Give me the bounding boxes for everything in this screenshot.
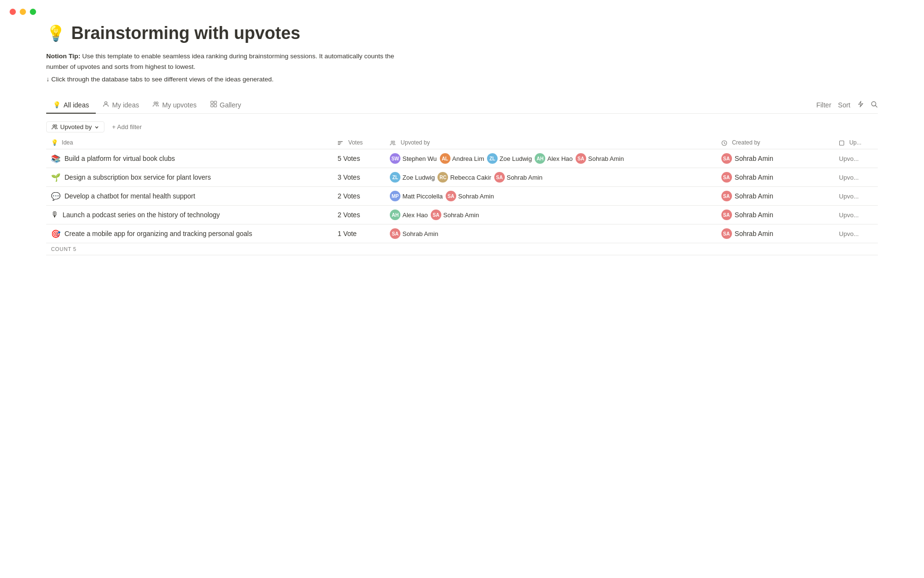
notion-tip: Notion Tip: Use this template to enable … <box>46 51 412 72</box>
avatar: MP <box>390 191 400 201</box>
user-item: AL Andrea Lim <box>440 153 484 164</box>
created-by-name: Sohrab Amin <box>735 192 773 200</box>
svg-point-14 <box>391 141 393 143</box>
votes-cell-0: 5 Votes <box>333 149 385 168</box>
sort-button[interactable]: Sort <box>838 101 850 109</box>
avatar: SA <box>494 172 505 183</box>
col-idea: 💡 Idea <box>46 136 333 149</box>
idea-text: Create a mobile app for organizing and t… <box>64 230 252 237</box>
col-upvote-label: Up... <box>849 139 861 146</box>
upvoted-by-cell-1: ZL Zoe Ludwig RC Rebecca Cakir SA Sohrab… <box>385 168 716 187</box>
user-name: Zoe Ludwig <box>402 174 435 181</box>
tab-all-ideas-label: All ideas <box>64 101 89 109</box>
user-name: Sohrab Amin <box>588 155 624 162</box>
svg-rect-5 <box>211 105 213 107</box>
idea-cell-3[interactable]: 🎙 Launch a podcast series on the history… <box>46 206 333 224</box>
count-label: COUNT 5 <box>46 243 878 255</box>
user-name: Matt Piccolella <box>402 193 443 200</box>
tab-my-ideas-icon <box>103 101 109 109</box>
window-controls <box>10 9 36 15</box>
upvote-action-cell-1[interactable]: Upvo... <box>834 168 878 187</box>
created-by-cell-1: SA Sohrab Amin <box>717 168 834 187</box>
filter-chip-label: Upvoted by <box>60 123 92 131</box>
idea-emoji: 🎙 <box>51 210 59 219</box>
tab-my-upvotes-label: My upvotes <box>162 101 197 109</box>
add-filter-label: + Add filter <box>112 123 142 131</box>
svg-point-9 <box>53 125 55 127</box>
idea-cell-2[interactable]: 💬 Develop a chatbot for mental health su… <box>46 187 333 206</box>
avatar: SA <box>431 210 441 220</box>
upvote-action-cell-3[interactable]: Upvo... <box>834 206 878 224</box>
table-header-row: 💡 Idea Votes <box>46 136 878 149</box>
svg-line-8 <box>875 105 877 107</box>
idea-text: Launch a podcast series on the history o… <box>63 211 220 219</box>
user-name: Andrea Lim <box>452 155 484 162</box>
idea-cell-1[interactable]: 🌱 Design a subscription box service for … <box>46 168 333 187</box>
upvoted-by-cell-4: SA Sohrab Amin <box>385 224 716 243</box>
filter-bar: Upvoted by + Add filter <box>46 121 878 132</box>
user-item: SA Sohrab Amin <box>431 210 479 220</box>
table-row[interactable]: 📚 Build a platform for virtual book club… <box>46 149 878 168</box>
svg-point-1 <box>154 102 156 104</box>
table-row[interactable]: 🌱 Design a subscription box service for … <box>46 168 878 187</box>
tab-my-ideas-label: My ideas <box>112 101 139 109</box>
page-header: 💡 Brainstorming with upvotes <box>46 23 878 43</box>
search-button[interactable] <box>871 101 878 109</box>
ideas-table: 💡 Idea Votes <box>46 136 878 255</box>
votes-cell-4: 1 Vote <box>333 224 385 243</box>
user-item: AH Alex Hao <box>390 210 428 220</box>
count-row: COUNT 5 <box>46 243 878 255</box>
svg-point-10 <box>55 125 57 127</box>
idea-emoji: 🌱 <box>51 173 61 182</box>
tip-label: Notion Tip: <box>46 53 80 60</box>
filter-chip-upvoted-by[interactable]: Upvoted by <box>46 121 104 132</box>
col-votes: Votes <box>333 136 385 149</box>
upvote-action-cell-2[interactable]: Upvo... <box>834 187 878 206</box>
upvoted-by-cell-3: AH Alex Hao SA Sohrab Amin <box>385 206 716 224</box>
col-upvote: Up... <box>834 136 878 149</box>
upvoted-by-cell-2: MP Matt Piccolella SA Sohrab Amin <box>385 187 716 206</box>
tab-my-upvotes[interactable]: My upvotes <box>146 97 204 114</box>
svg-rect-6 <box>214 105 217 107</box>
tabs-left: 💡 All ideas My ideas <box>46 96 816 113</box>
table-row[interactable]: 💬 Develop a chatbot for mental health su… <box>46 187 878 206</box>
user-item: MP Matt Piccolella <box>390 191 443 201</box>
filter-button[interactable]: Filter <box>816 101 831 109</box>
minimize-button[interactable] <box>20 9 26 15</box>
idea-cell-4[interactable]: 🎯 Create a mobile app for organizing and… <box>46 224 333 243</box>
idea-cell-0[interactable]: 📚 Build a platform for virtual book club… <box>46 149 333 168</box>
table-row[interactable]: 🎙 Launch a podcast series on the history… <box>46 206 878 224</box>
idea-emoji: 🎯 <box>51 229 61 238</box>
close-button[interactable] <box>10 9 16 15</box>
avatar: ZL <box>390 172 400 183</box>
user-name: Sohrab Amin <box>443 211 479 219</box>
svg-rect-17 <box>840 141 844 145</box>
avatar: SA <box>576 153 586 164</box>
created-by-name: Sohrab Amin <box>735 173 773 181</box>
tab-all-ideas-icon: 💡 <box>53 101 61 108</box>
add-filter-button[interactable]: + Add filter <box>108 122 146 132</box>
created-by-cell-4: SA Sohrab Amin <box>717 224 834 243</box>
created-by-cell-3: SA Sohrab Amin <box>717 206 834 224</box>
user-item: SA Sohrab Amin <box>494 172 542 183</box>
tab-my-ideas[interactable]: My ideas <box>96 97 146 114</box>
tab-all-ideas[interactable]: 💡 All ideas <box>46 97 96 114</box>
created-by-cell-0: SA Sohrab Amin <box>717 149 834 168</box>
tab-gallery[interactable]: Gallery <box>204 97 248 114</box>
user-name: Sohrab Amin <box>402 230 438 237</box>
maximize-button[interactable] <box>30 9 36 15</box>
upvote-action-cell-0[interactable]: Upvo... <box>834 149 878 168</box>
page-emoji: 💡 <box>46 24 65 42</box>
votes-cell-3: 2 Votes <box>333 206 385 224</box>
created-by-name: Sohrab Amin <box>735 155 773 162</box>
idea-text: Build a platform for virtual book clubs <box>64 155 175 162</box>
votes-cell-1: 3 Votes <box>333 168 385 187</box>
tab-gallery-icon <box>210 101 217 109</box>
user-name: Rebecca Cakir <box>450 174 491 181</box>
table-row[interactable]: 🎯 Create a mobile app for organizing and… <box>46 224 878 243</box>
created-by-name: Sohrab Amin <box>735 211 773 219</box>
lightning-button[interactable] <box>857 101 864 109</box>
upvote-action-cell-4[interactable]: Upvo... <box>834 224 878 243</box>
user-item: ZL Zoe Ludwig <box>390 172 435 183</box>
avatar: SA <box>446 191 456 201</box>
